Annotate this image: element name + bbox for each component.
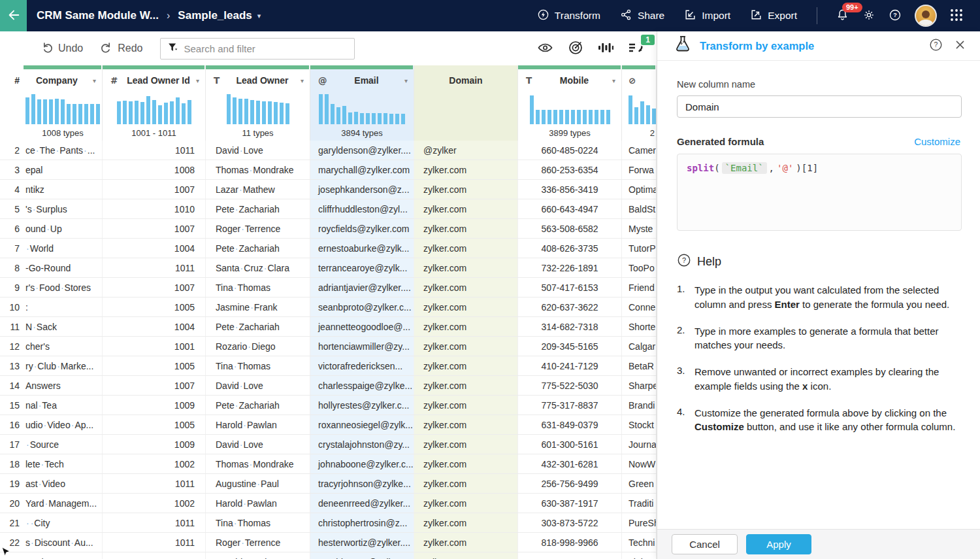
cell-company[interactable]: ·World <box>24 239 103 258</box>
panel-help-button[interactable]: ? <box>929 38 943 54</box>
cell-lead-owner-id[interactable]: 1011 <box>103 533 206 552</box>
cell-company[interactable]: lete·Tech <box>24 454 103 473</box>
column-stats-button[interactable] <box>598 41 613 56</box>
cell-email[interactable]: marychall@zylker.com <box>310 160 414 179</box>
cell-domain[interactable]: zylker.com <box>414 494 518 513</box>
cell-mobile[interactable]: 732-226-1891 <box>518 258 622 277</box>
cell-mobile[interactable]: 631-849-0379 <box>518 415 622 434</box>
cell-company[interactable]: -Go-Round <box>24 258 103 277</box>
column-histogram[interactable] <box>206 92 310 128</box>
cell-lead-owner-id[interactable]: 1001 <box>103 337 206 356</box>
cell-mobile[interactable]: 660-485-0224 <box>518 141 622 160</box>
cell-mobile[interactable]: 620-637-3622 <box>518 297 622 316</box>
cell-lead-owner[interactable]: Tina·Thomas <box>206 513 310 532</box>
cell-lead-owner[interactable]: David·Love <box>206 141 310 160</box>
column-header-company[interactable]: Company▾ 1008 types <box>24 65 103 141</box>
cell-company[interactable]: ce·The·Pants·... <box>24 141 103 160</box>
cell-mobile[interactable]: 209-345-5165 <box>518 337 622 356</box>
cell-domain[interactable]: zylker.com <box>414 513 518 532</box>
cell-company[interactable]: ·Dol... <box>24 552 103 559</box>
cell-extra[interactable]: TutorP <box>622 239 657 258</box>
cell-email[interactable]: seanbproto@zylker.c... <box>310 297 414 316</box>
cell-domain[interactable]: zylker.com <box>414 454 518 473</box>
cell-email[interactable]: tracyrjohnson@zylke... <box>310 474 414 493</box>
cell-lead-owner-id[interactable]: 1009 <box>103 435 206 454</box>
cell-domain[interactable]: zylker.com <box>414 278 518 297</box>
cell-lead-owner-id[interactable]: 1007 <box>103 278 206 297</box>
cell-extra[interactable]: Techni <box>622 533 657 552</box>
back-button[interactable] <box>0 0 27 31</box>
column-histogram[interactable] <box>518 92 621 128</box>
cell-email[interactable]: christophertrosin@z... <box>310 513 414 532</box>
cell-company[interactable]: cher's <box>24 337 103 356</box>
cell-lead-owner-id[interactable]: 1007 <box>103 376 206 395</box>
cell-domain[interactable]: zylker.com <box>414 435 518 454</box>
cell-lead-owner[interactable]: Harold·Pawlan <box>206 494 310 513</box>
cell-email[interactable]: deneenrreed@zylker... <box>310 494 414 513</box>
cell-company[interactable]: Answers <box>24 376 103 395</box>
cell-email[interactable]: garyldenson@zylker.... <box>310 141 414 160</box>
cell-domain[interactable]: zylker.com <box>414 552 518 559</box>
cell-lead-owner[interactable]: Lazar·Mathew <box>206 180 310 199</box>
cell-mobile[interactable]: 314-682-7318 <box>518 317 622 336</box>
settings-button[interactable] <box>862 8 875 24</box>
cell-lead-owner[interactable]: Harold·Pawlan <box>206 415 310 434</box>
cell-lead-owner-id[interactable]: 1004 <box>103 317 206 336</box>
cell-extra[interactable]: Traditi <box>622 494 657 513</box>
cell-company[interactable]: epal <box>24 160 103 179</box>
cell-mobile[interactable]: 410-241-7129 <box>518 356 622 375</box>
cell-mobile[interactable]: 432-301-6281 <box>518 454 622 473</box>
cell-mobile[interactable]: 408-626-3735 <box>518 239 622 258</box>
cell-lead-owner-id[interactable]: 1002 <box>103 454 206 473</box>
cell-extra[interactable]: Brandi <box>622 396 657 415</box>
redo-button[interactable]: Redo <box>100 41 142 56</box>
cell-company[interactable]: 's·Surplus <box>24 199 103 218</box>
cell-domain[interactable]: @zylker <box>414 141 518 160</box>
cell-lead-owner[interactable]: David·Love <box>206 435 310 454</box>
cell-lead-owner[interactable]: Thomas·Mondrake <box>206 160 310 179</box>
cell-lead-owner-id[interactable]: 1001 <box>103 552 206 559</box>
column-histogram[interactable] <box>310 92 414 128</box>
cell-lead-owner-id[interactable]: 1009 <box>103 396 206 415</box>
cell-lead-owner[interactable]: Rozario·Diego <box>206 337 310 356</box>
cell-mobile[interactable]: 303-873-5722 <box>518 513 622 532</box>
cell-lead-owner[interactable]: Jasmine·Frank <box>206 297 310 316</box>
customize-link[interactable]: Customize <box>914 136 960 147</box>
cell-extra[interactable]: Myste <box>622 219 657 238</box>
cell-lead-owner-id[interactable]: 1002 <box>103 494 206 513</box>
cell-lead-owner[interactable]: Tina·Thomas <box>206 278 310 297</box>
cell-email[interactable]: jeannetteogoodloe@... <box>310 317 414 336</box>
cell-extra[interactable]: BetaR <box>622 356 657 375</box>
cell-company[interactable]: N·Sack <box>24 317 103 336</box>
applied-steps-button[interactable]: 1 <box>628 40 645 58</box>
cell-company[interactable]: s·Discount·Au... <box>24 533 103 552</box>
column-header-lead-owner[interactable]: TLead Owner▾ 11 types <box>206 65 310 141</box>
cell-extra[interactable]: BaldSt <box>622 199 657 218</box>
cell-company[interactable]: ntikz <box>24 180 103 199</box>
panel-close-button[interactable] <box>955 39 966 52</box>
cell-company[interactable]: ry·Club·Marke... <box>24 356 103 375</box>
cell-email[interactable]: roycfields@zylker.com <box>310 219 414 238</box>
user-avatar[interactable] <box>915 5 937 27</box>
cell-domain[interactable]: zylker.com <box>414 376 518 395</box>
search-filter-box[interactable] <box>160 38 355 59</box>
cell-mobile[interactable]: 256-756-9499 <box>518 474 622 493</box>
cell-email[interactable]: adriantjavier@zylker.... <box>310 278 414 297</box>
cell-email[interactable]: victorafredericksen... <box>310 356 414 375</box>
cell-domain[interactable]: zylker.com <box>414 258 518 277</box>
cell-domain[interactable]: zylker.com <box>414 239 518 258</box>
cell-domain[interactable]: zylker.com <box>414 180 518 199</box>
cell-domain[interactable]: zylker.com <box>414 160 518 179</box>
column-header-domain[interactable]: Domain <box>414 65 518 141</box>
cell-email[interactable]: roxanneosiegel@zylk... <box>310 415 414 434</box>
cell-lead-owner[interactable]: Pete·Zachariah <box>206 317 310 336</box>
cell-extra[interactable]: TooPo <box>622 258 657 277</box>
cell-company[interactable]: : <box>24 297 103 316</box>
cell-company[interactable]: nal·Tea <box>24 396 103 415</box>
cell-lead-owner-id[interactable]: 1007 <box>103 180 206 199</box>
cell-email[interactable]: crystalajohnston@zy... <box>310 435 414 454</box>
cell-lead-owner[interactable]: Pete·Zachariah <box>206 396 310 415</box>
cell-mobile[interactable]: 507-417-6153 <box>518 278 622 297</box>
cell-extra[interactable]: Green <box>622 474 657 493</box>
cell-domain[interactable]: zylker.com <box>414 199 518 218</box>
